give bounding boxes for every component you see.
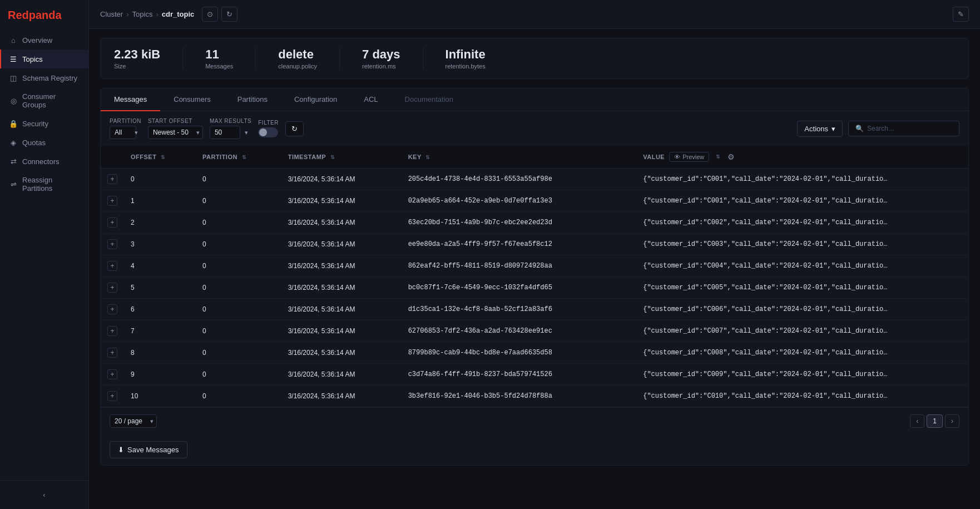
row-timestamp-1: 3/16/2024, 5:36:14 AM	[281, 190, 402, 212]
connectors-icon: ⇄	[9, 157, 18, 166]
sidebar-item-consumer-groups[interactable]: ◎ Consumer Groups	[0, 87, 88, 114]
tab-partitions[interactable]: Partitions	[224, 88, 281, 111]
start-offset-select[interactable]: Newest - 50 Oldest Newest	[148, 126, 203, 139]
row-expand-0: +	[101, 169, 124, 190]
row-expand-6: +	[101, 299, 124, 320]
refresh-topic-button[interactable]: ↻	[221, 7, 237, 22]
expand-row-4-button[interactable]: +	[107, 261, 117, 271]
row-key-3: ee9e80da-a2a5-4ff9-9f57-f67eea5f8c12	[402, 234, 637, 255]
sidebar-item-reassign-partitions[interactable]: ⇌ Reassign Partitions	[0, 171, 88, 197]
breadcrumb-cluster[interactable]: Cluster	[100, 10, 123, 18]
messages-table: OFFSET ⇅ PARTITION ⇅ TIMESTAMP ⇅	[101, 146, 968, 407]
sidebar-item-overview[interactable]: ⌂ Overview	[0, 31, 88, 50]
download-icon: ⬇	[118, 446, 124, 454]
content-area: 2.23 kiB Size 11 Messages delete cleanup…	[89, 29, 980, 509]
save-messages-button[interactable]: ⬇ Save Messages	[110, 441, 187, 458]
collapse-sidebar-button[interactable]: ‹	[8, 488, 81, 501]
search-input[interactable]	[867, 125, 952, 132]
table-row: + 9 0 3/16/2024, 5:36:14 AM c3d74a86-f4f…	[101, 364, 968, 386]
row-key-2: 63ec20bd-7151-4a9b-9b7c-ebc2ee2ed23d	[402, 212, 637, 234]
expand-row-2-button[interactable]: +	[107, 218, 117, 228]
value-settings-button[interactable]: ⚙	[725, 150, 737, 164]
expand-row-9-button[interactable]: +	[107, 369, 117, 379]
partition-label: PARTITION	[110, 118, 141, 124]
expand-row-6-button[interactable]: +	[107, 304, 117, 314]
expand-row-10-button[interactable]: +	[107, 391, 117, 401]
partition-filter-group: PARTITION All 0 1 2	[110, 118, 141, 139]
preview-button[interactable]: 👁 Preview	[669, 152, 709, 162]
expand-row-1-button[interactable]: +	[107, 196, 117, 206]
table-row: + 4 0 3/16/2024, 5:36:14 AM 862eaf42-bff…	[101, 255, 968, 277]
stat-divider-1	[182, 47, 183, 70]
tab-consumers[interactable]: Consumers	[160, 88, 224, 111]
sidebar-item-security[interactable]: 🔒 Security	[0, 114, 88, 133]
sidebar-item-topics[interactable]: ☰ Topics	[0, 50, 88, 68]
key-sort-icon[interactable]: ⇅	[425, 155, 430, 160]
panel-tabs: Messages Consumers Partitions Configurat…	[101, 88, 968, 111]
tab-configuration[interactable]: Configuration	[281, 88, 350, 111]
row-value-10: {"customer_id":"C010","call_date":"2024-…	[636, 386, 968, 407]
row-key-9: c3d74a86-f4ff-491b-8237-bda579741526	[402, 364, 637, 386]
row-value-7: {"customer_id":"C007","call_date":"2024-…	[636, 320, 968, 342]
sidebar-item-quotas[interactable]: ◈ Quotas	[0, 133, 88, 152]
actions-chevron-icon: ▾	[831, 125, 835, 133]
row-value-5: {"customer_id":"C005","call_date":"2024-…	[636, 277, 968, 299]
stat-retention-ms-value: 7 days	[362, 47, 400, 62]
row-offset-4: 4	[124, 255, 196, 277]
row-value-9: {"customer_id":"C009","call_date":"2024-…	[636, 364, 968, 386]
stat-retention-ms-label: retention.ms	[362, 63, 400, 70]
row-key-1: 02a9eb65-a664-452e-a9eb-0d7e0ffa13e3	[402, 190, 637, 212]
timestamp-sort-icon[interactable]: ⇅	[330, 155, 335, 160]
expand-row-5-button[interactable]: +	[107, 283, 117, 293]
filter-toggle-switch[interactable]	[258, 127, 278, 137]
expand-row-7-button[interactable]: +	[107, 326, 117, 336]
partition-select[interactable]: All 0 1 2	[110, 126, 136, 139]
tab-acl[interactable]: ACL	[350, 88, 391, 111]
sidebar-item-label: Reassign Partitions	[22, 176, 81, 192]
pagination: ‹ 1 ›	[910, 414, 959, 428]
expand-row-8-button[interactable]: +	[107, 348, 117, 358]
schema-icon: ◫	[9, 73, 18, 82]
sidebar-collapse-area: ‹	[0, 480, 88, 509]
row-timestamp-2: 3/16/2024, 5:36:14 AM	[281, 212, 402, 234]
table-header: OFFSET ⇅ PARTITION ⇅ TIMESTAMP ⇅	[101, 146, 968, 169]
row-key-8: 8799b89c-cab9-44bc-bd8e-e7aad6635d58	[402, 342, 637, 364]
row-offset-6: 6	[124, 299, 196, 320]
next-page-button[interactable]: ›	[945, 414, 959, 428]
breadcrumb-topics[interactable]: Topics	[132, 10, 153, 18]
offset-sort-icon[interactable]: ⇅	[161, 155, 166, 160]
sidebar-item-connectors[interactable]: ⇄ Connectors	[0, 152, 88, 171]
prev-page-button[interactable]: ‹	[910, 414, 924, 428]
filter-toggle	[258, 127, 279, 137]
toolbar-right: Actions ▾ 🔍	[797, 121, 959, 137]
expand-row-0-button[interactable]: +	[107, 174, 117, 184]
row-key-5: bc0c87f1-7c6e-4549-9ecc-1032fa4dfd65	[402, 277, 637, 299]
page-1-button[interactable]: 1	[927, 414, 943, 428]
tab-documentation[interactable]: Documentation	[392, 88, 467, 111]
expand-row-3-button[interactable]: +	[107, 239, 117, 249]
sidebar-item-label: Consumer Groups	[22, 92, 81, 109]
page-size-select[interactable]: 10 / page 20 / page 50 / page	[110, 414, 157, 428]
sidebar-item-schema-registry[interactable]: ◫ Schema Registry	[0, 68, 88, 87]
max-results-label: MAX RESULTS	[210, 118, 251, 124]
tab-messages[interactable]: Messages	[101, 88, 160, 111]
stat-cleanup: delete cleanup.policy	[278, 47, 317, 70]
topic-info-button[interactable]: ⊙	[202, 7, 218, 22]
row-partition-1: 0	[196, 190, 281, 212]
save-messages-area: ⬇ Save Messages	[101, 434, 968, 465]
refresh-messages-button[interactable]: ↻	[285, 121, 304, 136]
edit-topic-button[interactable]: ✎	[953, 7, 969, 22]
table-row: + 5 0 3/16/2024, 5:36:14 AM bc0c87f1-7c6…	[101, 277, 968, 299]
main-content: Cluster › Topics › cdr_topic ⊙ ↻ ✎ 2.23 …	[89, 0, 980, 509]
row-partition-10: 0	[196, 386, 281, 407]
sidebar-item-label: Overview	[22, 36, 52, 45]
actions-button[interactable]: Actions ▾	[797, 121, 843, 137]
max-results-select[interactable]: 10 25 50 100	[210, 126, 240, 139]
sidebar-item-label: Security	[22, 120, 48, 128]
partition-sort-icon[interactable]: ⇅	[242, 155, 247, 160]
row-value-1: {"customer_id":"C001","call_date":"2024-…	[636, 190, 968, 212]
col-offset: OFFSET ⇅	[124, 146, 196, 169]
value-sort-icon[interactable]: ⇅	[716, 154, 721, 160]
col-key: KEY ⇅	[402, 146, 637, 169]
row-timestamp-10: 3/16/2024, 5:36:14 AM	[281, 386, 402, 407]
